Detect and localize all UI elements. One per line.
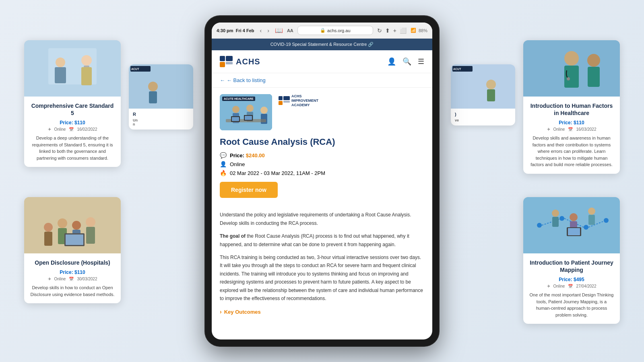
location-info-icon: 👤 bbox=[220, 161, 227, 167]
svg-rect-50 bbox=[220, 56, 225, 61]
location-icon-tr: ✈ bbox=[547, 127, 550, 132]
card-patient-journey[interactable]: ACUTE HEALTHCARE Introduction to Patient… bbox=[523, 197, 620, 324]
partial-title-left: R bbox=[133, 112, 189, 117]
tablet-screen: 4:30 pm Fri 4 Feb ‹ › 📖 AA 🔒 achs.org.au… bbox=[212, 23, 432, 339]
svg-rect-69 bbox=[283, 101, 290, 103]
card-meta: ✈ Online 📅 16/02/2022 bbox=[30, 127, 115, 132]
svg-rect-44 bbox=[149, 91, 157, 103]
course-title-section: Root Cause Analysis (RCA) bbox=[212, 137, 432, 152]
browser-bar: 4:30 pm Fri 4 Feb ‹ › 📖 AA 🔒 achs.org.au… bbox=[212, 23, 432, 39]
svg-rect-35 bbox=[588, 215, 595, 225]
svg-rect-3 bbox=[55, 67, 66, 83]
svg-point-34 bbox=[588, 208, 595, 215]
svg-rect-60 bbox=[261, 114, 267, 124]
card-body: Comprehensive Care Standard 5 Price: $11… bbox=[24, 97, 121, 167]
course-brand-title: ACHSIMPROVEMENTACADEMY bbox=[279, 94, 318, 107]
calendar-icon-br: 📅 bbox=[568, 284, 573, 288]
card-description-human-factors: Develop skills and awareness in human fa… bbox=[529, 135, 614, 168]
back-link[interactable]: ← ← Back to listing bbox=[212, 73, 432, 88]
svg-text:ACUT: ACUT bbox=[131, 68, 139, 70]
search-icon[interactable]: 🔍 bbox=[402, 57, 411, 66]
register-now-button[interactable]: Register now bbox=[220, 182, 278, 198]
user-icon[interactable]: 👤 bbox=[387, 57, 396, 66]
achs-improvement-logo: ACHSIMPROVEMENTACADEMY bbox=[279, 94, 318, 107]
svg-point-22 bbox=[587, 54, 600, 67]
card-comprehensive-care[interactable]: ACUTE HEALTHCARE Comprehensive Care Stan… bbox=[24, 40, 121, 167]
svg-rect-66 bbox=[279, 96, 283, 100]
back-arrow-icon: ← bbox=[220, 77, 225, 83]
covid-banner[interactable]: COVID-19 Special Statement & Resource Ce… bbox=[212, 39, 432, 50]
text-size-button[interactable]: AA bbox=[287, 28, 293, 33]
card-image-patient-journey: ACUTE HEALTHCARE bbox=[523, 197, 620, 253]
location-icon-bl: ✈ bbox=[48, 277, 51, 281]
card-body-human-factors: Introduction to Human Factors in Healthc… bbox=[523, 97, 620, 174]
partial-meta-right: ve bbox=[455, 118, 511, 122]
svg-rect-52 bbox=[226, 56, 233, 61]
location-icon-br: ✈ bbox=[547, 284, 550, 288]
back-link-text: ← Back to listing bbox=[227, 77, 266, 83]
price-icon: 💬 bbox=[220, 152, 227, 158]
menu-icon[interactable]: ☰ bbox=[418, 57, 424, 66]
svg-rect-65 bbox=[245, 116, 252, 120]
course-body: Understand the policy and legislative re… bbox=[212, 211, 432, 325]
card-meta-human-factors: ✈ Online 📅 16/03/2022 bbox=[529, 127, 614, 132]
partial-meta-left: Unn bbox=[133, 118, 189, 126]
location-label-bl: Online bbox=[54, 277, 66, 281]
url-bar[interactable]: 🔒 achs.org.au bbox=[297, 26, 373, 35]
website-content[interactable]: COVID-19 Special Statement & Resource Ce… bbox=[212, 39, 432, 339]
key-outcomes-section[interactable]: › Key Outcomes bbox=[220, 307, 424, 317]
card-open-disclosure[interactable]: ACUTE HEALTHCARE Open Disclosure (Hospit… bbox=[24, 197, 121, 303]
tabs-icon[interactable]: ⬜ bbox=[400, 27, 407, 34]
bookmarks-icon[interactable]: 📖 bbox=[275, 27, 283, 34]
svg-point-57 bbox=[246, 105, 254, 112]
course-thumbnail: ACUTE HEALTHCARE bbox=[220, 94, 272, 130]
imp-logo-svg bbox=[279, 96, 290, 105]
svg-point-14 bbox=[86, 217, 95, 227]
course-desc-1: Understand the policy and legislative re… bbox=[220, 211, 424, 227]
svg-rect-23 bbox=[588, 67, 600, 87]
svg-rect-6 bbox=[81, 67, 92, 85]
reload-icon[interactable]: ↻ bbox=[377, 27, 382, 34]
lock-icon: 🔒 bbox=[320, 28, 326, 33]
svg-rect-15 bbox=[86, 227, 95, 244]
course-title: Root Cause Analysis (RCA) bbox=[220, 137, 424, 147]
location-label-tr: Online bbox=[553, 127, 565, 132]
browser-back-button[interactable]: ‹ bbox=[258, 27, 264, 35]
svg-point-43 bbox=[148, 82, 158, 91]
browser-forward-button[interactable]: › bbox=[266, 27, 271, 35]
date-label-br: 27/04/2022 bbox=[576, 284, 596, 288]
course-desc-2: The goal of the Root Cause Analysis (RCA… bbox=[220, 232, 424, 249]
svg-rect-33 bbox=[552, 217, 559, 227]
wifi-icon: 📶 bbox=[411, 28, 416, 33]
card-meta-patient-journey: ✈ Online 📅 27/04/2022 bbox=[529, 284, 614, 288]
svg-point-2 bbox=[56, 58, 65, 67]
svg-point-12 bbox=[72, 221, 81, 230]
card-title-human-factors: Introduction to Human Factors in Healthc… bbox=[529, 102, 614, 117]
svg-point-59 bbox=[260, 107, 268, 114]
add-tab-icon[interactable]: + bbox=[393, 27, 396, 34]
browser-actions: ↻ ⬆ + ⬜ bbox=[377, 27, 407, 34]
svg-rect-49 bbox=[487, 89, 495, 101]
price-label: Price: $240.00 bbox=[230, 152, 265, 158]
location-row: 👤 Online bbox=[220, 161, 424, 167]
share-icon[interactable]: ⬆ bbox=[385, 27, 390, 34]
svg-point-32 bbox=[552, 210, 559, 217]
card-description: Develop a deep understanding of the requ… bbox=[30, 135, 115, 161]
calendar-icon: 📅 bbox=[69, 127, 74, 132]
svg-rect-39 bbox=[568, 228, 580, 235]
date-row: 🔥 02 Mar 2022 - 03 Mar 2022, 11AM - 2PM bbox=[220, 170, 424, 176]
location-label: Online bbox=[54, 127, 66, 132]
partial-title-right: ) bbox=[455, 112, 511, 117]
svg-point-21 bbox=[567, 77, 570, 80]
date-info-text: 02 Mar 2022 - 03 Mar 2022, 11AM - 2PM bbox=[230, 170, 325, 176]
course-desc-2-rest: the Root Cause Analysis (RCA) process is… bbox=[220, 233, 409, 247]
url-text: achs.org.au bbox=[327, 28, 350, 33]
achs-logo[interactable]: ACHS bbox=[220, 56, 260, 67]
card-human-factors[interactable]: ACUTE HEALTHCARE Introduction to Human F… bbox=[523, 40, 620, 174]
svg-point-25 bbox=[537, 223, 542, 228]
svg-rect-53 bbox=[226, 62, 233, 64]
tablet-device: 4:30 pm Fri 4 Feb ‹ › 📖 AA 🔒 achs.org.au… bbox=[205, 16, 439, 346]
browser-navigation[interactable]: ‹ › bbox=[258, 27, 271, 35]
partial-body-left: R Unn bbox=[129, 109, 193, 130]
date-info-icon: 🔥 bbox=[220, 170, 227, 176]
